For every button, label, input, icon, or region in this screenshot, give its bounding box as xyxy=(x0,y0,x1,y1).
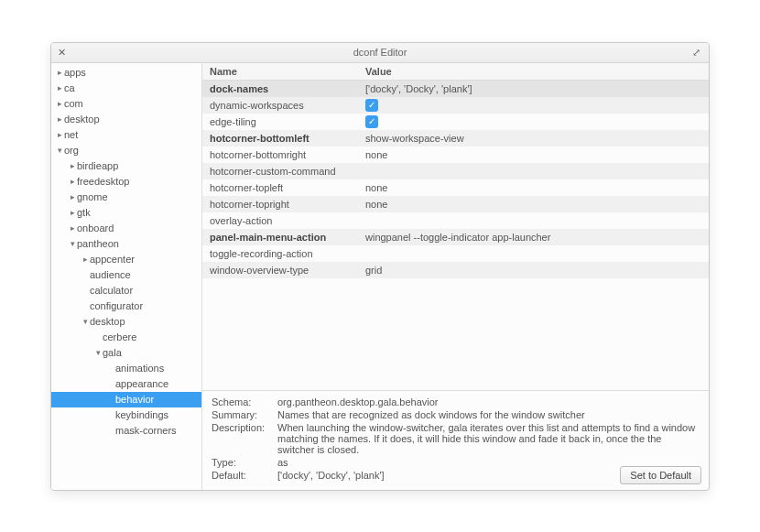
tree-item-label: audience xyxy=(90,269,131,280)
main-pane: Name Value dock-names['docky', 'Docky', … xyxy=(202,63,709,490)
window-title: dconf Editor xyxy=(51,47,709,58)
setting-name: overlay-action xyxy=(202,212,358,229)
content: ▸apps▸ca▸com▸desktop▸net▾org▸birdieapp▸f… xyxy=(51,63,709,490)
tree-item-label: ca xyxy=(64,82,75,93)
setting-name: hotcorner-topleft xyxy=(202,179,358,196)
chevron-right-icon: ▸ xyxy=(55,68,64,77)
tree-item-freedesktop[interactable]: ▸freedesktop xyxy=(51,174,201,190)
titlebar: ✕ dconf Editor ⤢ xyxy=(51,43,709,63)
tree-item-mask-corners[interactable]: mask-corners xyxy=(51,423,201,439)
table-row[interactable]: dock-names['docky', 'Docky', 'plank'] xyxy=(202,81,709,97)
setting-name: dock-names xyxy=(202,81,358,97)
tree-item-label: behavior xyxy=(115,394,154,405)
tree-item-com[interactable]: ▸com xyxy=(51,96,201,112)
type-label: Type: xyxy=(212,457,277,468)
tree-item-appcenter[interactable]: ▸appcenter xyxy=(51,252,201,267)
tree-item-appearance[interactable]: appearance xyxy=(51,376,201,392)
summary-label: Summary: xyxy=(212,409,277,420)
checkbox-checked-icon[interactable]: ✓ xyxy=(365,99,378,112)
setting-name: dynamic-workspaces xyxy=(202,97,358,114)
chevron-right-icon: ▸ xyxy=(55,114,64,124)
setting-value[interactable]: show-workspace-view xyxy=(358,130,709,147)
tree-sidebar[interactable]: ▸apps▸ca▸com▸desktop▸net▾org▸birdieapp▸f… xyxy=(51,63,202,490)
tree-item-keybindings[interactable]: keybindings xyxy=(51,407,201,423)
table-row[interactable]: hotcorner-toprightnone xyxy=(202,196,709,212)
tree-item-animations[interactable]: animations xyxy=(51,361,201,376)
chevron-right-icon: ▸ xyxy=(55,83,64,92)
setting-name: toggle-recording-action xyxy=(202,245,358,262)
tree-item-label: calculator xyxy=(90,285,133,296)
table-row[interactable]: hotcorner-topleftnone xyxy=(202,179,709,196)
tree-item-pantheon[interactable]: ▾pantheon xyxy=(51,236,201,252)
details-pane: Schema: org.pantheon.desktop.gala.behavi… xyxy=(202,390,709,490)
tree-item-gala[interactable]: ▾gala xyxy=(51,345,201,361)
col-name[interactable]: Name xyxy=(202,63,358,81)
maximize-icon[interactable]: ⤢ xyxy=(687,47,705,59)
tree-item-calculator[interactable]: calculator xyxy=(51,283,201,299)
chevron-right-icon: ▸ xyxy=(68,161,77,170)
settings-table: Name Value dock-names['docky', 'Docky', … xyxy=(202,63,709,390)
tree-item-label: gtk xyxy=(77,207,91,218)
setting-name: hotcorner-topright xyxy=(202,196,358,212)
chevron-right-icon: ▸ xyxy=(68,208,77,217)
tree-item-label: gnome xyxy=(77,191,108,202)
tree-item-label: animations xyxy=(115,363,164,374)
setting-value[interactable]: ['docky', 'Docky', 'plank'] xyxy=(358,81,709,97)
tree-item-gtk[interactable]: ▸gtk xyxy=(51,205,201,221)
checkbox-checked-icon[interactable]: ✓ xyxy=(365,115,378,128)
tree-item-onboard[interactable]: ▸onboard xyxy=(51,221,201,236)
tree-item-label: desktop xyxy=(64,114,100,125)
setting-name: hotcorner-bottomleft xyxy=(202,130,358,147)
setting-value[interactable]: wingpanel --toggle-indicator app-launche… xyxy=(358,229,709,245)
tree-item-desktop[interactable]: ▾desktop xyxy=(51,314,201,330)
setting-value[interactable] xyxy=(358,163,709,179)
setting-value[interactable]: grid xyxy=(358,262,709,278)
tree-item-desktop[interactable]: ▸desktop xyxy=(51,112,201,127)
table-row[interactable]: edge-tiling✓ xyxy=(202,114,709,130)
setting-value[interactable]: none xyxy=(358,179,709,196)
tree-item-gnome[interactable]: ▸gnome xyxy=(51,190,201,205)
tree-item-label: cerbere xyxy=(103,331,136,342)
table-row[interactable]: hotcorner-custom-command xyxy=(202,163,709,179)
tree-item-configurator[interactable]: configurator xyxy=(51,299,201,314)
tree-item-ca[interactable]: ▸ca xyxy=(51,81,201,96)
app-window: ✕ dconf Editor ⤢ ▸apps▸ca▸com▸desktop▸ne… xyxy=(50,42,710,491)
table-row[interactable]: dynamic-workspaces✓ xyxy=(202,97,709,114)
table-row[interactable]: panel-main-menu-actionwingpanel --toggle… xyxy=(202,229,709,245)
chevron-right-icon: ▸ xyxy=(68,192,77,201)
setting-name: panel-main-menu-action xyxy=(202,229,358,245)
tree-item-label: com xyxy=(64,98,83,109)
chevron-right-icon: ▸ xyxy=(55,99,64,108)
set-to-default-button[interactable]: Set to Default xyxy=(620,466,701,484)
setting-name: hotcorner-custom-command xyxy=(202,163,358,179)
setting-value[interactable] xyxy=(358,245,709,262)
tree-item-label: gala xyxy=(103,347,122,358)
setting-value[interactable]: none xyxy=(358,147,709,163)
tree-item-birdieapp[interactable]: ▸birdieapp xyxy=(51,158,201,174)
table-row[interactable]: overlay-action xyxy=(202,212,709,229)
close-icon[interactable]: ✕ xyxy=(51,47,71,59)
tree-item-label: onboard xyxy=(77,223,114,233)
tree-item-net[interactable]: ▸net xyxy=(51,127,201,143)
tree-item-label: configurator xyxy=(90,300,143,311)
tree-item-label: freedesktop xyxy=(77,176,129,187)
tree-item-org[interactable]: ▾org xyxy=(51,143,201,158)
setting-value[interactable]: ✓ xyxy=(358,97,709,114)
table-row[interactable]: window-overview-typegrid xyxy=(202,262,709,278)
default-label: Default: xyxy=(212,470,277,481)
table-row[interactable]: hotcorner-bottomleftshow-workspace-view xyxy=(202,130,709,147)
tree-item-cerbere[interactable]: cerbere xyxy=(51,330,201,345)
setting-value[interactable]: none xyxy=(358,196,709,212)
table-row[interactable]: hotcorner-bottomrightnone xyxy=(202,147,709,163)
tree-item-audience[interactable]: audience xyxy=(51,267,201,283)
tree-item-behavior[interactable]: behavior xyxy=(51,392,201,407)
col-value[interactable]: Value xyxy=(358,63,709,81)
chevron-right-icon: ▸ xyxy=(68,177,77,186)
tree-item-apps[interactable]: ▸apps xyxy=(51,65,201,81)
setting-value[interactable]: ✓ xyxy=(358,114,709,130)
description-label: Description: xyxy=(212,422,277,455)
summary-value: Names that are recognized as dock window… xyxy=(277,409,700,420)
table-row[interactable]: toggle-recording-action xyxy=(202,245,709,262)
setting-value[interactable] xyxy=(358,212,709,229)
tree-item-label: org xyxy=(64,145,79,156)
